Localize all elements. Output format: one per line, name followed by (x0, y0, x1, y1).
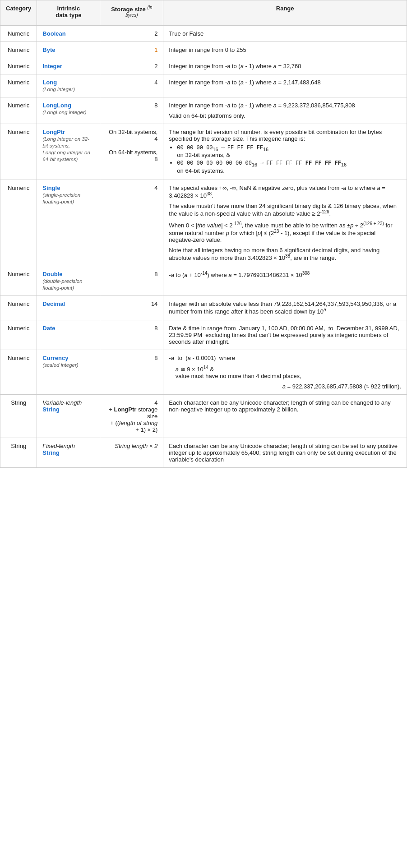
type-link[interactable]: Double (42, 271, 62, 277)
range-cell: Integer in range from -a to (a - 1) wher… (163, 97, 407, 124)
category-cell: Numeric (0, 350, 37, 394)
datatype-cell: Currency (scaled integer) (37, 350, 100, 394)
storage-cell: 1 (100, 42, 163, 58)
table-row: Numeric Long (Long integer) 4 Integer in… (0, 74, 407, 97)
storage-cell: 2 (100, 58, 163, 74)
range-cell: True or False (163, 25, 407, 42)
table-row: String Variable-length String 4 + LongPt… (0, 395, 407, 438)
datatype-cell: Fixed-length String (37, 438, 100, 468)
type-link[interactable]: Boolean (42, 30, 65, 37)
table-row: Numeric LongLong (LongLong integer) 8 In… (0, 97, 407, 124)
range-cell: -a to (a + 10-14) where a = 1.7976931348… (163, 266, 407, 296)
table-row: Numeric Double (double-precision floatin… (0, 266, 407, 296)
datatype-cell: Integer (37, 58, 100, 74)
datatype-cell: Single (single-precision floating-point) (37, 180, 100, 266)
range-cell: Integer in range from -a to (a - 1) wher… (163, 58, 407, 74)
category-cell: Numeric (0, 320, 37, 350)
table-row: Numeric Currency (scaled integer) 8 -a t… (0, 350, 407, 394)
category-cell: String (0, 395, 37, 438)
category-cell: Numeric (0, 124, 37, 180)
datatype-cell: Long (Long integer) (37, 74, 100, 97)
storage-cell: 4 (100, 74, 163, 97)
type-link[interactable]: String (42, 406, 60, 413)
range-cell: Integer in range from -a to (a - 1) wher… (163, 74, 407, 97)
table-row: Numeric Byte 1 Integer in range from 0 t… (0, 42, 407, 58)
type-link[interactable]: Decimal (42, 300, 65, 307)
type-link[interactable]: Byte (42, 46, 55, 53)
table-row: Numeric LongPtr (Long integer on 32-bit … (0, 124, 407, 180)
range-cell: Integer in range from 0 to 255 (163, 42, 407, 58)
category-cell: String (0, 438, 37, 468)
storage-cell: 8 (100, 350, 163, 394)
header-storage: Storage size (in bytes) (100, 0, 163, 26)
table-row: Numeric Boolean 2 True or False (0, 25, 407, 42)
category-cell: Numeric (0, 296, 37, 320)
type-link[interactable]: Single (42, 185, 60, 191)
storage-cell: On 32-bit systems, 4 On 64-bit systems, … (100, 124, 163, 180)
category-cell: Numeric (0, 58, 37, 74)
header-range: Range (163, 0, 407, 26)
storage-cell: 14 (100, 296, 163, 320)
range-cell: Date & time in range from January 1, 100… (163, 320, 407, 350)
datatype-cell: Byte (37, 42, 100, 58)
type-link[interactable]: LongPtr (42, 129, 65, 135)
datatype-cell: LongPtr (Long integer on 32-bit systems,… (37, 124, 100, 180)
category-cell: Numeric (0, 266, 37, 296)
datatype-cell: Boolean (37, 25, 100, 42)
range-cell: Each character can be any Unicode charac… (163, 395, 407, 438)
datatype-cell: Variable-length String (37, 395, 100, 438)
type-link[interactable]: LongLong (42, 102, 71, 109)
range-cell: -a to (a - 0.0001) where a ≅ 9 × 1014 & … (163, 350, 407, 394)
datatype-cell: Decimal (37, 296, 100, 320)
type-link[interactable]: Date (42, 325, 55, 332)
storage-cell: 2 (100, 25, 163, 42)
storage-cell: 8 (100, 97, 163, 124)
header-datatype: Intrinsicdata type (37, 0, 100, 26)
category-cell: Numeric (0, 180, 37, 266)
storage-cell: 4 + LongPtr storage size + ((length of s… (100, 395, 163, 438)
range-cell: The special values +∞, -∞, NaN & negativ… (163, 180, 407, 266)
category-cell: Numeric (0, 25, 37, 42)
table-row: String Fixed-length String String length… (0, 438, 407, 468)
datatype-cell: Double (double-precision floating-point) (37, 266, 100, 296)
storage-cell: 8 (100, 320, 163, 350)
type-link[interactable]: Integer (42, 63, 62, 69)
storage-cell: String length × 2 (100, 438, 163, 468)
table-row: Numeric Integer 2 Integer in range from … (0, 58, 407, 74)
table-row: Numeric Decimal 14 Integer with an absol… (0, 296, 407, 320)
category-cell: Numeric (0, 42, 37, 58)
datatype-cell: Date (37, 320, 100, 350)
table-row: Numeric Date 8 Date & time in range from… (0, 320, 407, 350)
type-link[interactable]: String (42, 449, 60, 456)
table-row: Numeric Single (single-precision floatin… (0, 180, 407, 266)
datatype-cell: LongLong (LongLong integer) (37, 97, 100, 124)
storage-cell: 4 (100, 180, 163, 266)
header-category: Category (0, 0, 37, 26)
category-cell: Numeric (0, 74, 37, 97)
range-cell: Each character can be any Unicode charac… (163, 438, 407, 468)
storage-cell: 8 (100, 266, 163, 296)
type-link[interactable]: Long (42, 79, 57, 86)
category-cell: Numeric (0, 97, 37, 124)
type-link[interactable]: Currency (42, 355, 68, 361)
range-cell: Integer with an absolute value less than… (163, 296, 407, 320)
range-cell: The range for bit version of number, is … (163, 124, 407, 180)
